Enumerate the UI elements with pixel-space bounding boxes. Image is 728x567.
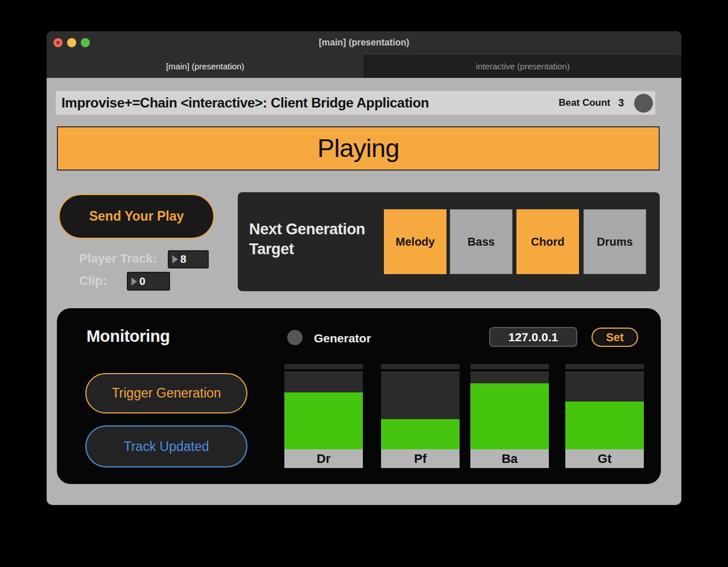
ip-address-value: 127.0.0.1	[508, 330, 559, 344]
meter-fill	[565, 402, 644, 449]
zoom-button-icon[interactable]	[81, 38, 90, 47]
tab-label: interactive (presentation)	[476, 61, 570, 71]
window-controls	[53, 38, 90, 47]
player-track-value: 8	[180, 253, 187, 266]
send-your-play-label: Send Your Play	[89, 209, 184, 224]
set-button-label: Set	[606, 331, 623, 344]
close-button-icon[interactable]	[53, 38, 63, 47]
clip-value: 0	[139, 275, 146, 288]
meter-label: Pf	[381, 449, 460, 468]
beat-count-label: Beat Count	[559, 97, 610, 109]
meter-cap	[565, 364, 644, 369]
meter-fill	[284, 392, 363, 449]
generator-led-icon	[287, 330, 303, 345]
target-button-label: Drums	[597, 235, 632, 249]
set-ip-button[interactable]: Set	[592, 328, 638, 347]
level-meter-guitar: Gt	[565, 364, 644, 468]
meter-cap	[381, 364, 460, 369]
target-button-label: Melody	[396, 235, 435, 249]
number-drag-arrow-icon	[172, 255, 178, 263]
tab-interactive-presentation[interactable]: interactive (presentation)	[364, 54, 682, 78]
target-button-bass[interactable]: Bass	[450, 209, 512, 274]
meter-fill	[470, 383, 549, 449]
ip-address-field[interactable]: 127.0.0.1	[489, 327, 577, 347]
meter-body	[381, 371, 460, 449]
minimize-button-icon[interactable]	[67, 38, 76, 47]
meter-label: Gt	[565, 449, 644, 468]
tab-bar: [main] (presentation) interactive (prese…	[47, 54, 681, 78]
app-window: [main] (presentation) [main] (presentati…	[47, 31, 681, 505]
meter-cap	[284, 364, 363, 369]
beat-led-icon	[634, 94, 653, 113]
track-updated-label: Track Updated	[124, 439, 209, 454]
target-button-label: Chord	[531, 235, 565, 249]
meter-label: Ba	[470, 449, 549, 468]
meter-cap	[470, 364, 549, 369]
meter-body	[470, 371, 549, 449]
beat-count-group: Beat Count 3	[559, 94, 655, 113]
target-button-melody[interactable]: Melody	[384, 209, 446, 274]
playing-label: Playing	[317, 134, 399, 163]
number-drag-arrow-icon	[131, 278, 137, 285]
target-button-label: Bass	[468, 235, 495, 249]
next-generation-panel: Next Generation Target Melody Bass Chord…	[238, 192, 660, 291]
meter-body	[284, 371, 363, 449]
target-button-drums[interactable]: Drums	[584, 209, 646, 274]
level-meter-drums: Dr	[284, 364, 363, 468]
window-titlebar[interactable]: [main] (presentation)	[47, 31, 681, 54]
level-meter-bass: Ba	[470, 364, 549, 468]
playing-status-button[interactable]: Playing	[57, 126, 660, 171]
player-track-label: Player Track:	[79, 251, 157, 266]
desktop-background: { "window": { "title": "[main] (presenta…	[0, 0, 728, 567]
tab-main-presentation[interactable]: [main] (presentation)	[47, 54, 364, 78]
generator-label: Generator	[314, 332, 371, 345]
window-title: [main] (presentation)	[318, 38, 409, 48]
level-meter-piano: Pf	[381, 364, 460, 468]
send-your-play-button[interactable]: Send Your Play	[59, 194, 214, 239]
player-track-numberbox[interactable]: 8	[168, 250, 209, 268]
meter-body	[565, 371, 644, 449]
next-generation-title: Next Generation Target	[249, 220, 391, 259]
app-header-bar: Improvise+=Chain <interactive>: Client B…	[56, 91, 655, 115]
tab-label: [main] (presentation)	[166, 61, 245, 71]
meter-fill	[381, 419, 460, 449]
target-button-chord[interactable]: Chord	[516, 209, 579, 274]
beat-count-value: 3	[618, 97, 624, 109]
clip-label: Clip:	[79, 274, 107, 288]
meter-label: Dr	[284, 449, 363, 468]
monitoring-panel: Monitoring Generator 127.0.0.1 Set Trigg…	[57, 308, 661, 484]
clip-numberbox[interactable]: 0	[127, 272, 170, 291]
trigger-generation-button[interactable]: Trigger Generation	[85, 373, 247, 413]
trigger-generation-label: Trigger Generation	[111, 386, 221, 401]
app-title: Improvise+=Chain <interactive>: Client B…	[56, 95, 429, 111]
monitoring-title: Monitoring	[86, 327, 170, 346]
track-updated-button[interactable]: Track Updated	[85, 425, 247, 467]
